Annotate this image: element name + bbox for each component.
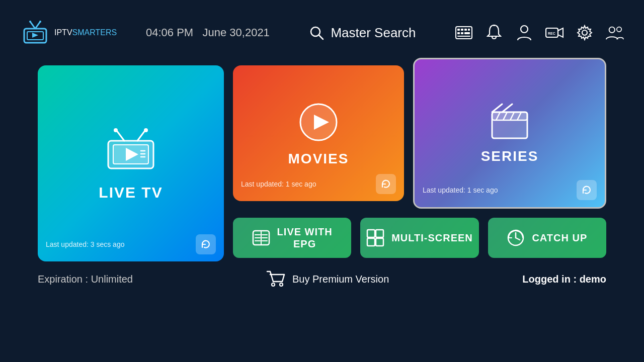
buy-premium-label: Buy Premium Version xyxy=(292,274,389,285)
svg-rect-15 xyxy=(461,32,463,34)
live-tv-card[interactable]: LIVE TV Last updated: 3 secs ago xyxy=(38,65,224,261)
header-icons: REC xyxy=(455,24,624,42)
settings-icon[interactable] xyxy=(576,24,594,42)
logo-area: IPTVSMARTERS xyxy=(20,18,131,48)
user-icon[interactable] xyxy=(515,24,533,42)
svg-rect-12 xyxy=(464,29,467,31)
expiration-area: Expiration : Unlimited xyxy=(38,274,133,285)
live-tv-refresh-button[interactable] xyxy=(196,234,216,254)
svg-rect-16 xyxy=(464,32,470,34)
live-epg-label-line1: LIVE WITH xyxy=(277,226,333,238)
svg-rect-13 xyxy=(468,29,470,31)
svg-rect-17 xyxy=(457,36,470,37)
iptv-logo-icon xyxy=(20,18,50,48)
series-label: SERIES xyxy=(481,148,539,164)
series-last-updated: Last updated: 1 sec ago xyxy=(423,186,498,194)
movies-label: MOVIES xyxy=(288,151,349,167)
epg-icon[interactable] xyxy=(455,24,473,42)
notification-icon[interactable] xyxy=(485,24,503,42)
svg-point-4 xyxy=(29,21,31,23)
svg-point-23 xyxy=(582,30,587,35)
svg-line-3 xyxy=(35,22,40,29)
main-content: LIVE TV Last updated: 3 secs ago xyxy=(0,65,644,261)
right-column: MOVIES Last updated: 1 sec ago xyxy=(233,65,606,258)
buy-premium-button[interactable]: Buy Premium Version xyxy=(266,270,389,288)
datetime: 04:06 PM June 30,2021 xyxy=(146,26,270,39)
multi-screen-label: MULTI-SCREEN xyxy=(391,232,473,244)
bottom-buttons-row: LIVE WITH EPG MULTI-SCREEN xyxy=(233,218,606,258)
live-tv-label: LIVE TV xyxy=(99,184,163,201)
svg-point-5 xyxy=(39,21,41,23)
svg-line-8 xyxy=(319,35,323,39)
header-center: Master Search xyxy=(270,25,455,41)
record-icon[interactable]: REC xyxy=(545,24,564,42)
movies-footer: Last updated: 1 sec ago xyxy=(241,174,396,194)
master-search-button[interactable]: Master Search xyxy=(308,25,416,41)
movies-refresh-button[interactable] xyxy=(376,174,396,194)
footer: Expiration : Unlimited Buy Premium Versi… xyxy=(0,261,644,288)
svg-rect-57 xyxy=(376,238,383,246)
catch-up-button[interactable]: CATCH UP xyxy=(488,218,606,258)
svg-point-62 xyxy=(280,283,283,286)
logged-in-area: Logged in : demo xyxy=(522,274,606,285)
series-footer: Last updated: 1 sec ago xyxy=(423,180,597,200)
svg-line-29 xyxy=(137,131,145,141)
series-icon xyxy=(487,102,532,142)
catch-up-icon xyxy=(507,229,525,247)
logged-in-user: demo xyxy=(580,274,606,285)
svg-line-60 xyxy=(516,238,520,240)
svg-rect-54 xyxy=(367,230,375,237)
movies-last-updated: Last updated: 1 sec ago xyxy=(241,180,316,188)
svg-rect-10 xyxy=(457,29,460,31)
cards-row: LIVE TV Last updated: 3 secs ago xyxy=(38,65,606,261)
live-with-epg-button[interactable]: LIVE WITH EPG xyxy=(233,218,351,258)
series-refresh-button[interactable] xyxy=(577,180,597,200)
master-search-label: Master Search xyxy=(331,25,416,41)
expiration-label: Expiration : xyxy=(38,274,88,285)
svg-marker-21 xyxy=(558,28,563,37)
cart-icon xyxy=(266,270,285,288)
svg-text:REC: REC xyxy=(548,32,555,35)
svg-rect-55 xyxy=(376,230,383,237)
series-card[interactable]: SERIES Last updated: 1 sec ago xyxy=(413,58,606,209)
multi-screen-icon xyxy=(366,229,384,247)
catch-up-label: CATCH UP xyxy=(532,232,587,244)
svg-point-24 xyxy=(609,27,615,33)
svg-rect-56 xyxy=(367,238,375,246)
logo-smarters: SMARTERS xyxy=(72,28,117,37)
svg-point-30 xyxy=(114,128,118,132)
logged-in-label: Logged in : xyxy=(522,274,577,285)
live-tv-icon xyxy=(101,126,161,176)
movies-card[interactable]: MOVIES Last updated: 1 sec ago xyxy=(233,65,404,201)
logo-iptv: IPTV xyxy=(54,28,72,37)
svg-marker-6 xyxy=(32,33,38,38)
svg-line-28 xyxy=(117,131,124,141)
live-tv-last-updated: Last updated: 3 secs ago xyxy=(46,240,124,248)
live-tv-footer: Last updated: 3 secs ago xyxy=(46,234,216,254)
multi-user-icon[interactable] xyxy=(606,24,624,42)
logo-text: IPTVSMARTERS xyxy=(54,28,117,37)
svg-point-25 xyxy=(617,27,621,32)
svg-line-40 xyxy=(492,104,502,112)
svg-point-61 xyxy=(272,283,275,286)
live-epg-label-line2: EPG xyxy=(277,238,333,250)
header: IPTVSMARTERS 04:06 PM June 30,2021 Maste… xyxy=(0,0,644,65)
svg-line-2 xyxy=(30,22,35,29)
svg-point-19 xyxy=(521,26,528,33)
expiration-value: Unlimited xyxy=(91,274,133,285)
search-icon xyxy=(308,25,325,41)
multi-screen-button[interactable]: MULTI-SCREEN xyxy=(360,218,478,258)
svg-line-41 xyxy=(502,104,512,112)
live-epg-icon xyxy=(252,229,270,247)
svg-point-31 xyxy=(144,128,148,132)
top-right-row: MOVIES Last updated: 1 sec ago xyxy=(233,65,606,209)
svg-rect-14 xyxy=(457,32,460,34)
svg-rect-11 xyxy=(461,29,463,31)
movies-icon xyxy=(296,100,341,145)
